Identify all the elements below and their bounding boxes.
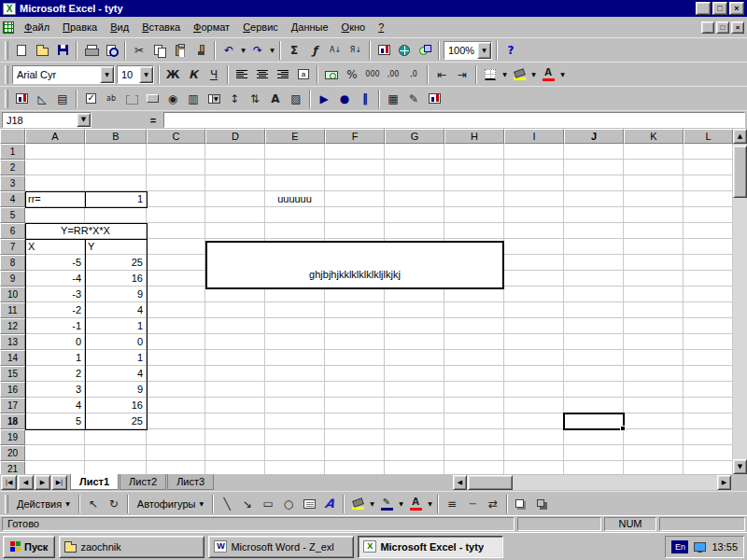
cell-A1[interactable]	[25, 144, 85, 160]
pause-macro-button[interactable]: ‖	[355, 90, 375, 108]
command-button-button[interactable]	[142, 90, 162, 108]
cell-F11[interactable]	[325, 302, 385, 318]
copy-button[interactable]	[149, 41, 170, 60]
excel-app-icon[interactable]	[3, 3, 16, 15]
cell-C1[interactable]	[147, 144, 205, 160]
cell-B10[interactable]: 9	[85, 287, 147, 302]
workbook-icon[interactable]	[3, 21, 14, 34]
record-macro-button[interactable]: ●	[334, 90, 355, 108]
fill-color-button[interactable]	[347, 495, 368, 513]
menu-file[interactable]: Файл	[18, 19, 56, 35]
row-header-19[interactable]: 19	[0, 429, 25, 445]
cell-C9[interactable]	[147, 271, 205, 287]
cell-B18[interactable]: 25	[85, 413, 147, 429]
align-right-button[interactable]	[273, 65, 293, 84]
cell-B21[interactable]	[85, 461, 147, 474]
arrow-style-button[interactable]: ⇄	[483, 495, 503, 513]
dropdown-arrow-icon[interactable]: ▼	[100, 66, 114, 83]
close-button[interactable]: ×	[729, 2, 744, 15]
cell-K3[interactable]	[624, 175, 684, 191]
cell-J1[interactable]	[564, 144, 624, 160]
cell-J15[interactable]	[564, 366, 624, 382]
cell-L17[interactable]	[684, 398, 733, 413]
cell-A10[interactable]: -3	[25, 287, 85, 302]
formula-input[interactable]	[163, 112, 745, 128]
cell-B16[interactable]: 9	[85, 382, 147, 398]
sort-ascending-button[interactable]: А↓	[325, 41, 345, 60]
increase-indent-button[interactable]: ⇥	[452, 65, 472, 84]
cell-H4[interactable]	[444, 191, 504, 207]
cell-E18[interactable]	[265, 413, 325, 429]
cell-D11[interactable]	[205, 302, 265, 318]
fill-color-button[interactable]	[509, 65, 529, 84]
cell-H14[interactable]	[444, 350, 504, 366]
cell-L2[interactable]	[684, 160, 733, 175]
cell-C4[interactable]	[147, 191, 205, 207]
cell-L14[interactable]	[684, 350, 733, 366]
cell-I12[interactable]	[504, 318, 564, 334]
cell-L20[interactable]	[684, 445, 733, 461]
cell-H3[interactable]	[444, 175, 504, 191]
bold-button[interactable]: Ж	[162, 65, 183, 84]
cell-G15[interactable]	[385, 366, 444, 382]
currency-style-button[interactable]	[321, 65, 342, 84]
cell-L5[interactable]	[684, 207, 733, 223]
task-button-word[interactable]: WMicrosoft Word - Z_exl	[208, 536, 354, 558]
cell-A12[interactable]: -1	[25, 318, 85, 334]
map-button[interactable]	[394, 41, 415, 60]
text-box-object[interactable]: ghjbjhjkklklklklkljlkjkj	[205, 241, 504, 289]
cell-L16[interactable]	[684, 382, 733, 398]
cell-L13[interactable]	[684, 334, 733, 350]
row-header-14[interactable]: 14	[0, 350, 25, 366]
option-button-button[interactable]: ◉	[162, 90, 183, 108]
cell-B15[interactable]: 4	[85, 366, 147, 382]
cell-G4[interactable]	[385, 191, 444, 207]
cell-E2[interactable]	[265, 160, 325, 175]
cell-G14[interactable]	[385, 350, 444, 366]
cell-A9[interactable]: -4	[25, 271, 85, 287]
cell-J5[interactable]	[564, 207, 624, 223]
cell-L15[interactable]	[684, 366, 733, 382]
cell-B1[interactable]	[85, 144, 147, 160]
cell-B3[interactable]	[85, 175, 147, 191]
cell-F6[interactable]	[325, 223, 385, 239]
cell-H6[interactable]	[444, 223, 504, 239]
cell-G20[interactable]	[385, 445, 444, 461]
cell-J8[interactable]	[564, 255, 624, 271]
cell-A8[interactable]: -5	[25, 255, 85, 271]
cell-J14[interactable]	[564, 350, 624, 366]
font-color-button[interactable]: А	[538, 65, 558, 84]
col-header-I[interactable]: I	[504, 129, 564, 144]
cell-K12[interactable]	[624, 318, 684, 334]
line-color-button[interactable]: ✎	[376, 495, 397, 513]
cell-I9[interactable]	[504, 271, 564, 287]
cell-L18[interactable]	[684, 413, 733, 429]
row-header-11[interactable]: 11	[0, 302, 25, 318]
cell-J4[interactable]	[564, 191, 624, 207]
decrease-indent-button[interactable]: ⇤	[431, 65, 452, 84]
autosum-button[interactable]: Σ	[284, 41, 304, 60]
cell-E16[interactable]	[265, 382, 325, 398]
cell-G1[interactable]	[385, 144, 444, 160]
col-header-B[interactable]: B	[85, 129, 147, 144]
cell-D15[interactable]	[205, 366, 265, 382]
toolbar-grip[interactable]	[5, 495, 8, 513]
cell-I6[interactable]	[504, 223, 564, 239]
cell-D1[interactable]	[205, 144, 265, 160]
cell-G5[interactable]	[385, 207, 444, 223]
design-mode-button[interactable]: ◺	[32, 90, 52, 108]
cell-K17[interactable]	[624, 398, 684, 413]
toolbar-grip[interactable]	[5, 90, 8, 108]
cell-C3[interactable]	[147, 175, 205, 191]
cell-I14[interactable]	[504, 350, 564, 366]
menu-edit[interactable]: Правка	[56, 19, 104, 35]
combo-box-button[interactable]	[204, 90, 224, 108]
cell-L10[interactable]	[684, 287, 733, 302]
cell-A17[interactable]: 4	[25, 398, 85, 413]
save-button[interactable]	[52, 41, 73, 60]
workbook-close-button[interactable]: ×	[731, 21, 744, 34]
col-header-C[interactable]: C	[147, 129, 205, 144]
cell-C6[interactable]	[147, 223, 205, 239]
cell-K15[interactable]	[624, 366, 684, 382]
cell-L6[interactable]	[684, 223, 733, 239]
